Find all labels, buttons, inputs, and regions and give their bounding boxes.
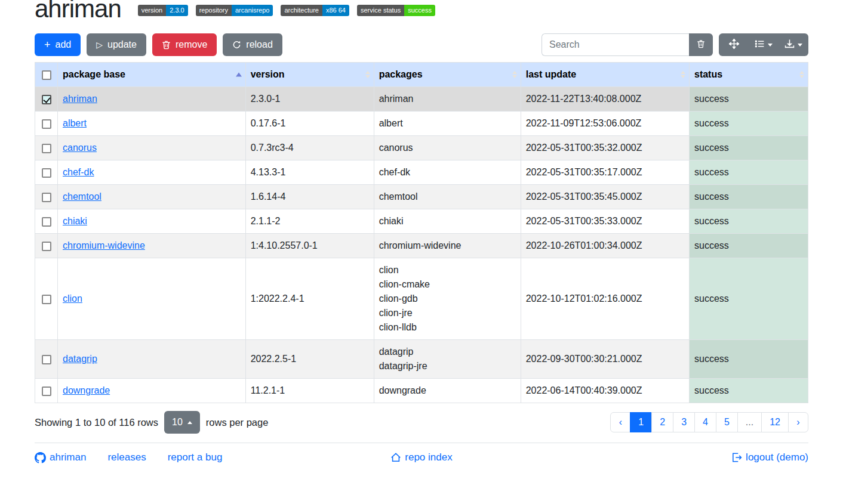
reload-button[interactable]: reload (223, 33, 282, 56)
columns-toggle-button[interactable] (749, 33, 779, 56)
header: ahriman version2.3.0repositoryarcanisrep… (35, 0, 808, 23)
row-checkbox[interactable] (42, 95, 51, 104)
page-1-link[interactable]: 1 (630, 412, 652, 432)
toolbar-tools (542, 33, 808, 56)
reload-button-label: reload (246, 39, 272, 50)
last-update-cell: 2022-05-31T00:35:33.000Z (521, 209, 689, 234)
page-4-link[interactable]: 4 (694, 412, 716, 432)
badge-value: arcanisrepo (232, 5, 273, 16)
sort-icon (365, 71, 370, 78)
badge-label: architecture (281, 5, 322, 16)
table-row[interactable]: downgrade11.2.1-1downgrade2022-06-14T00:… (35, 379, 808, 403)
packages-cell: ahriman (374, 87, 521, 112)
repo-index-link[interactable]: repo index (390, 452, 452, 463)
package-link[interactable]: chiaki (63, 216, 87, 226)
table-row[interactable]: chromium-widevine1:4.10.2557.0-1chromium… (35, 234, 808, 258)
select-all-header (35, 63, 58, 87)
package-base-cell: chef-dk (58, 160, 246, 185)
table-row[interactable]: albert0.17.6-1albert2022-11-09T12:53:06.… (35, 112, 808, 136)
page-size-dropdown[interactable]: 10 (164, 411, 200, 434)
pagination-summary-area: Showing 1 to 10 of 116 rows 10 rows per … (35, 411, 268, 434)
pagination: ‹12345...12› (611, 412, 808, 432)
version-cell: 2022.2.5-1 (245, 340, 374, 379)
package-name: chromium-widevine (379, 239, 516, 253)
package-link[interactable]: datagrip (63, 354, 97, 364)
row-checkbox[interactable] (42, 386, 51, 396)
status-cell: success (689, 234, 808, 258)
status-cell: success (689, 379, 808, 403)
checkbox-cell (35, 209, 58, 234)
remove-button[interactable]: remove (152, 33, 217, 56)
page-3-link[interactable]: 3 (673, 412, 695, 432)
fullscreen-button[interactable] (719, 33, 749, 56)
releases-link[interactable]: releases (107, 452, 146, 463)
badge-value: 2.3.0 (166, 5, 187, 16)
select-all-checkbox[interactable] (42, 70, 51, 80)
row-checkbox[interactable] (42, 193, 51, 202)
package-base-cell: datagrip (58, 340, 246, 379)
table-row[interactable]: chef-dk4.13.3-1chef-dk2022-05-31T00:35:1… (35, 160, 808, 185)
table-row[interactable]: clion1:2022.2.4-1clionclion-cmakeclion-g… (35, 258, 808, 340)
search-group (542, 33, 713, 56)
footer: ahriman releases report a bug repo index (35, 452, 808, 487)
page-5-link[interactable]: 5 (716, 412, 738, 432)
github-icon (35, 452, 46, 463)
package-link[interactable]: albert (63, 118, 87, 128)
column-header-status[interactable]: status (689, 63, 808, 87)
github-link[interactable]: ahriman (35, 452, 86, 463)
play-icon: ▷ (96, 41, 103, 49)
package-link[interactable]: chef-dk (63, 167, 94, 177)
page-12-link[interactable]: 12 (761, 412, 789, 432)
last-update-cell: 2022-09-30T00:30:21.000Z (521, 340, 689, 379)
package-link[interactable]: chromium-widevine (63, 240, 145, 251)
sort-icon (512, 71, 517, 78)
arrows-move-icon (729, 39, 739, 51)
logout-link[interactable]: logout (demo) (731, 452, 808, 463)
status-cell: success (689, 185, 808, 209)
row-checkbox[interactable] (42, 355, 51, 364)
add-button[interactable]: + add (35, 33, 81, 56)
checkbox-cell (35, 340, 58, 379)
package-link[interactable]: clion (63, 293, 82, 304)
status-cell: success (689, 136, 808, 160)
column-header-packages[interactable]: packages (374, 63, 521, 87)
status-badges: version2.3.0repositoryarcanisrepoarchite… (138, 5, 435, 16)
package-link[interactable]: ahriman (63, 94, 97, 104)
column-header-package-base[interactable]: package base (58, 63, 246, 87)
package-link[interactable]: canorus (63, 143, 97, 153)
table-row[interactable]: chemtool1.6.14-4chemtool2022-05-31T00:35… (35, 185, 808, 209)
page-2-link[interactable]: 2 (651, 412, 673, 432)
column-header-version[interactable]: version (245, 63, 374, 87)
row-checkbox[interactable] (42, 295, 51, 304)
row-checkbox[interactable] (42, 119, 51, 129)
package-name: clion (379, 263, 516, 277)
status-cell: success (689, 258, 808, 340)
table-row[interactable]: ahriman2.3.0-1ahriman2022-11-22T13:40:08… (35, 87, 808, 112)
package-name: clion-cmake (379, 277, 516, 292)
package-name: datagrip (379, 345, 516, 359)
table-row[interactable]: chiaki2.1.1-2chiaki2022-05-31T00:35:33.0… (35, 209, 808, 234)
search-input[interactable] (542, 33, 689, 56)
column-header-last-update[interactable]: last update (521, 63, 689, 87)
page-next-link[interactable]: › (788, 412, 808, 432)
badge-repository: repositoryarcanisrepo (196, 5, 273, 16)
table-row[interactable]: canorus0.7.3rc3-4canorus2022-05-31T00:35… (35, 136, 808, 160)
package-name: canorus (379, 141, 516, 155)
table-row[interactable]: datagrip2022.2.5-1datagripdatagrip-jre20… (35, 340, 808, 379)
badge-value: x86 64 (322, 5, 349, 16)
update-button[interactable]: ▷ update (87, 33, 146, 56)
row-checkbox[interactable] (42, 242, 51, 251)
export-button[interactable] (779, 33, 808, 56)
package-link[interactable]: chemtool (63, 191, 101, 202)
row-checkbox[interactable] (42, 168, 51, 178)
packages-cell: albert (374, 112, 521, 136)
badge-label: version (138, 5, 166, 16)
report-bug-link[interactable]: report a bug (168, 452, 223, 463)
clear-search-button[interactable] (689, 33, 713, 56)
last-update-cell: 2022-05-31T00:35:17.000Z (521, 160, 689, 185)
row-checkbox[interactable] (42, 217, 51, 227)
page-prev-link[interactable]: ‹ (610, 412, 630, 432)
package-link[interactable]: downgrade (63, 385, 110, 395)
trash-icon (697, 39, 705, 50)
row-checkbox[interactable] (42, 144, 51, 153)
